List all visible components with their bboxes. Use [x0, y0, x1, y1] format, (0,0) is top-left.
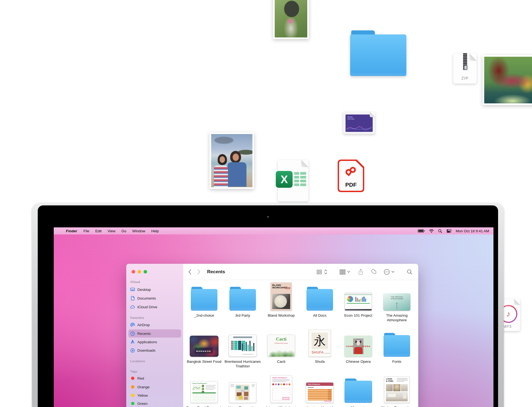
folder-icon: [384, 333, 410, 357]
minimize-button[interactable]: [138, 270, 141, 274]
folder-body: [350, 34, 406, 76]
bangkok-thumbnail: BANGKOK: [190, 336, 218, 357]
group-by-button[interactable]: [339, 269, 346, 275]
sidebar-header-favorites: Favorites: [130, 315, 144, 320]
grid-item[interactable]: Econ 101 Project: [339, 285, 377, 318]
zip-file[interactable]: ZIP: [453, 54, 477, 84]
excel-file[interactable]: X: [278, 160, 308, 201]
yellow-tag-icon: [131, 394, 134, 397]
menu-edit[interactable]: Edit: [92, 229, 104, 233]
desktop-icon: [130, 287, 135, 292]
grid-item[interactable]: Home Renovation: [224, 377, 262, 407]
shufa-thumbnail: 永 SHUFA: [309, 330, 331, 357]
sidebar-item-icloud-drive[interactable]: iCloud Drive: [130, 303, 181, 311]
grid-item[interactable]: Moments: [339, 377, 377, 407]
up-arrow-icon: [395, 302, 398, 309]
back-button[interactable]: [188, 269, 191, 275]
zoom-button[interactable]: [144, 270, 147, 274]
expenses-thumbnail: Time & Expenses: [306, 382, 334, 403]
zipper-pull: [464, 65, 467, 70]
sidebar-item-desktop[interactable]: Desktop: [130, 286, 181, 293]
slide-thumbnail[interactable]: Weekly Summary: [343, 112, 375, 134]
grid-item[interactable]: Cacti A Prickle-Free Lesson Cacti: [262, 331, 300, 364]
pdf-page: PDF: [339, 161, 363, 191]
grid-view-button[interactable]: [316, 269, 322, 275]
menu-bar: Finder File Edit View Go Window Help Mon…: [54, 227, 493, 234]
triathlon-chart-thumbnail: [229, 335, 257, 357]
grid-item[interactable]: Brentwood Hurricanes Triathlon: [224, 331, 262, 368]
menu-file[interactable]: File: [80, 229, 92, 233]
desktop-scene: ZIP X Weekly Summary MOV: [0, 0, 532, 407]
grid-item[interactable]: Time & Expenses Invoices Unpaid: [301, 377, 339, 407]
pdf-file[interactable]: PDF: [338, 160, 364, 192]
grid-item[interactable]: BANGKOK Bangkok Street Food: [185, 331, 223, 364]
close-button[interactable]: [132, 270, 135, 274]
sidebar-header-tags: Tags: [130, 369, 137, 374]
grid-item[interactable]: THE AMAZING ATMOSPHERE The Amazing Atmos…: [378, 285, 416, 322]
sidebar-item-airdrop[interactable]: AirDrop: [130, 321, 181, 329]
menu-go[interactable]: Go: [118, 229, 129, 233]
menu-clock[interactable]: Mon Oct 18 9:41 AM: [456, 229, 489, 233]
menu-app-name[interactable]: Finder: [63, 229, 80, 233]
grid-item[interactable]: 永 SHUFA Shufa: [301, 331, 339, 364]
macbook: Finder File Edit View Go Window Help Mon…: [32, 203, 504, 407]
pdf-label: PDF: [339, 182, 363, 188]
photo-selfie[interactable]: [210, 132, 254, 189]
red-tag-icon: [131, 377, 134, 380]
menu-window[interactable]: Window: [129, 229, 148, 233]
grid-item[interactable]: All Docs: [301, 285, 339, 318]
sidebar-item-applications[interactable]: Applications: [130, 338, 181, 346]
page-fold: [470, 54, 477, 61]
amazing-atmosphere-thumbnail: THE AMAZING ATMOSPHERE: [383, 293, 410, 311]
share-button[interactable]: [358, 269, 363, 275]
integer-worksheet-thumbnail: Integer Investigation: [270, 375, 292, 403]
sidebar-tag-red[interactable]: Red: [130, 374, 181, 382]
grid-item[interactable]: Integer Investigation Integer Worksheet: [262, 377, 300, 407]
search-icon[interactable]: [438, 229, 442, 233]
bland-workshop-thumbnail: BLAND WORKSHOP: [271, 282, 292, 311]
window-title: Recents: [207, 269, 225, 275]
forward-button[interactable]: [197, 269, 201, 275]
menu-help[interactable]: Help: [148, 229, 162, 233]
grid-item[interactable]: 3rd Party: [224, 285, 262, 318]
photo-pool[interactable]: [483, 55, 532, 105]
sidebar-item-recents[interactable]: Recents: [130, 330, 181, 337]
page-fold: [514, 299, 520, 305]
more-options-button[interactable]: [384, 269, 390, 275]
control-center-icon[interactable]: [446, 229, 451, 233]
sort-chevrons-button[interactable]: [324, 269, 327, 275]
sidebar-tag-green[interactable]: Green: [130, 400, 181, 407]
folder-icon: [306, 287, 333, 311]
orange-tag-icon: [131, 385, 134, 389]
battery-icon[interactable]: [418, 229, 425, 233]
airdrop-icon: [130, 323, 135, 327]
music-note-icon: ♪: [506, 310, 511, 318]
photo-child[interactable]: [273, 0, 309, 39]
desktop-folder[interactable]: [350, 30, 406, 76]
folder-icon: [191, 287, 217, 311]
page-fold: [370, 112, 375, 117]
grid-item[interactable]: Green Food Research: [185, 377, 223, 407]
tags-button[interactable]: [371, 269, 376, 275]
excel-grid-divider: [299, 172, 300, 187]
sidebar-tag-yellow[interactable]: Yellow: [130, 392, 181, 399]
more-chevron-icon: [391, 271, 394, 273]
grid-item[interactable]: LOOK & FEEL: [378, 377, 416, 407]
sidebar-item-documents[interactable]: Documents: [130, 294, 181, 302]
sidebar-item-downloads[interactable]: Downloads: [130, 346, 181, 354]
grid-item[interactable]: CHINESE OPERA Chinese Opera: [339, 331, 377, 364]
grid-item[interactable]: BLAND WORKSHOP Bland Workshop: [262, 285, 300, 318]
chinese-opera-thumbnail: CHINESE OPERA: [344, 336, 372, 357]
menu-view[interactable]: View: [104, 229, 118, 233]
wifi-icon[interactable]: [429, 229, 434, 233]
photo-child-image: [275, 0, 307, 37]
sidebar-tag-orange[interactable]: Orange: [130, 383, 181, 391]
finder-window: iCloud Desktop Documents iCloud Drive: [126, 264, 418, 407]
slide-screen: Weekly Summary: [346, 115, 373, 132]
grid-item[interactable]: _2nd-choice: [185, 285, 223, 318]
home-renovation-thumbnail: [229, 382, 256, 403]
grid-item[interactable]: Fonts: [378, 331, 416, 364]
toolbar-search-button[interactable]: [407, 269, 412, 275]
cacti-thumbnail: Cacti A Prickle-Free Lesson: [267, 335, 295, 357]
page-fold: [301, 160, 308, 167]
